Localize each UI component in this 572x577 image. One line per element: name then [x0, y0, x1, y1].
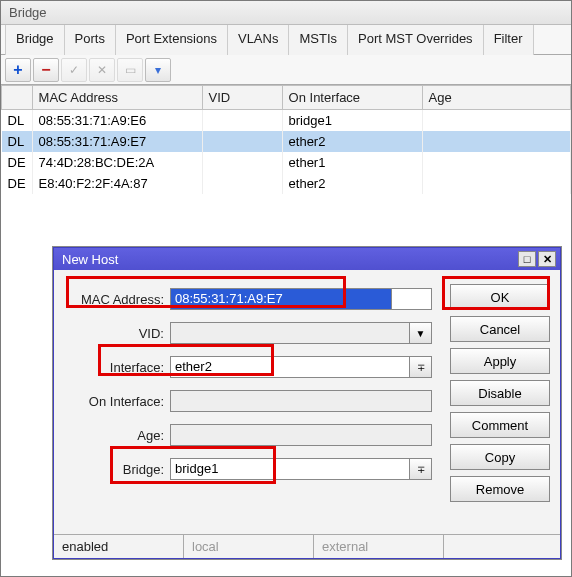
- funnel-icon: ▾: [155, 63, 161, 77]
- col-flag[interactable]: [2, 86, 33, 110]
- interface-label: Interface:: [64, 360, 164, 375]
- cell-age: [422, 152, 570, 173]
- cell-vid: [202, 110, 282, 132]
- remove-button[interactable]: Remove: [450, 476, 550, 502]
- tab-bar: Bridge Ports Port Extensions VLANs MSTIs…: [1, 25, 571, 55]
- cell-flag: DL: [2, 131, 33, 152]
- copy-button[interactable]: Copy: [450, 444, 550, 470]
- cell-flag: DL: [2, 110, 33, 132]
- comment-button[interactable]: ▭: [117, 58, 143, 82]
- status-enabled: enabled: [54, 535, 184, 558]
- cell-vid: [202, 152, 282, 173]
- vid-input[interactable]: [170, 322, 410, 344]
- vid-label: VID:: [64, 326, 164, 341]
- table-header: MAC Address VID On Interface Age: [2, 86, 571, 110]
- close-icon: ✕: [543, 253, 552, 266]
- table-row[interactable]: DE E8:40:F2:2F:4A:87 ether2: [2, 173, 571, 194]
- new-host-dialog: New Host □ ✕ MAC Address: 08:55:31:71:A9…: [53, 247, 561, 559]
- triangle-down-icon: ▼: [416, 328, 426, 339]
- cell-mac: 08:55:31:71:A9:E7: [32, 131, 202, 152]
- filter-button[interactable]: ▾: [145, 58, 171, 82]
- tab-bridge[interactable]: Bridge: [5, 25, 65, 55]
- oninterface-input: [170, 390, 432, 412]
- cancel-button[interactable]: Cancel: [450, 316, 550, 342]
- apply-button[interactable]: Apply: [450, 348, 550, 374]
- remove-button[interactable]: −: [33, 58, 59, 82]
- ok-button[interactable]: OK: [450, 284, 550, 310]
- vid-dropdown[interactable]: ▼: [410, 322, 432, 344]
- dialog-title: New Host: [62, 252, 118, 267]
- table-row[interactable]: DL 08:55:31:71:A9:E7 ether2: [2, 131, 571, 152]
- bridge-input[interactable]: bridge1: [170, 458, 410, 480]
- dialog-body: MAC Address: 08:55:31:71:A9:E7 VID: ▼ In…: [54, 270, 560, 522]
- cell-oni: ether2: [282, 173, 422, 194]
- close-button[interactable]: ✕: [538, 251, 556, 267]
- tab-pmstov[interactable]: Port MST Overrides: [348, 25, 484, 55]
- mac-suffix[interactable]: [392, 288, 432, 310]
- oninterface-label: On Interface:: [64, 394, 164, 409]
- check-icon: ✓: [69, 63, 79, 77]
- dialog-statusbar: enabled local external: [54, 534, 560, 558]
- cell-mac: 74:4D:28:BC:DE:2A: [32, 152, 202, 173]
- plus-icon: +: [13, 61, 22, 79]
- maximize-button[interactable]: □: [518, 251, 536, 267]
- cell-oni: ether2: [282, 131, 422, 152]
- tab-ports[interactable]: Ports: [65, 25, 116, 55]
- status-local: local: [184, 535, 314, 558]
- interface-dropdown[interactable]: ∓: [410, 356, 432, 378]
- square-icon: □: [524, 253, 531, 265]
- enable-button[interactable]: ✓: [61, 58, 87, 82]
- age-input: [170, 424, 432, 446]
- cell-age: [422, 173, 570, 194]
- minus-icon: −: [41, 61, 50, 79]
- window-title: Bridge: [1, 1, 571, 25]
- cell-vid: [202, 131, 282, 152]
- status-external: external: [314, 535, 444, 558]
- table-row[interactable]: DL 08:55:31:71:A9:E6 bridge1: [2, 110, 571, 132]
- interface-input[interactable]: ether2: [170, 356, 410, 378]
- age-label: Age:: [64, 428, 164, 443]
- tab-vlans[interactable]: VLANs: [228, 25, 289, 55]
- cell-age: [422, 110, 570, 132]
- col-oni[interactable]: On Interface: [282, 86, 422, 110]
- bridge-dropdown[interactable]: ∓: [410, 458, 432, 480]
- chevron-down-icon: ∓: [417, 362, 425, 373]
- disable-button[interactable]: ✕: [89, 58, 115, 82]
- cell-flag: DE: [2, 152, 33, 173]
- add-button[interactable]: +: [5, 58, 31, 82]
- table-row[interactable]: DE 74:4D:28:BC:DE:2A ether1: [2, 152, 571, 173]
- disable-button[interactable]: Disable: [450, 380, 550, 406]
- note-icon: ▭: [125, 63, 136, 77]
- chevron-down-icon: ∓: [417, 464, 425, 475]
- dialog-titlebar[interactable]: New Host □ ✕: [54, 248, 560, 270]
- dialog-buttons: OK Cancel Apply Disable Comment Copy Rem…: [450, 284, 550, 514]
- cell-oni: bridge1: [282, 110, 422, 132]
- comment-button[interactable]: Comment: [450, 412, 550, 438]
- mac-label: MAC Address:: [64, 292, 164, 307]
- cell-mac: 08:55:31:71:A9:E6: [32, 110, 202, 132]
- col-mac[interactable]: MAC Address: [32, 86, 202, 110]
- cell-age: [422, 131, 570, 152]
- cell-mac: E8:40:F2:2F:4A:87: [32, 173, 202, 194]
- cell-vid: [202, 173, 282, 194]
- col-age[interactable]: Age: [422, 86, 570, 110]
- cell-flag: DE: [2, 173, 33, 194]
- cell-oni: ether1: [282, 152, 422, 173]
- tab-mstis[interactable]: MSTIs: [289, 25, 348, 55]
- bridge-window: Bridge Bridge Ports Port Extensions VLAN…: [0, 0, 572, 577]
- dialog-form: MAC Address: 08:55:31:71:A9:E7 VID: ▼ In…: [64, 282, 432, 514]
- tab-portext[interactable]: Port Extensions: [116, 25, 228, 55]
- tab-filter[interactable]: Filter: [484, 25, 534, 55]
- x-icon: ✕: [97, 63, 107, 77]
- mac-input[interactable]: 08:55:31:71:A9:E7: [170, 288, 392, 310]
- toolbar: + − ✓ ✕ ▭ ▾: [1, 55, 571, 85]
- host-table[interactable]: MAC Address VID On Interface Age DL 08:5…: [1, 85, 571, 194]
- col-vid[interactable]: VID: [202, 86, 282, 110]
- bridge-label: Bridge:: [64, 462, 164, 477]
